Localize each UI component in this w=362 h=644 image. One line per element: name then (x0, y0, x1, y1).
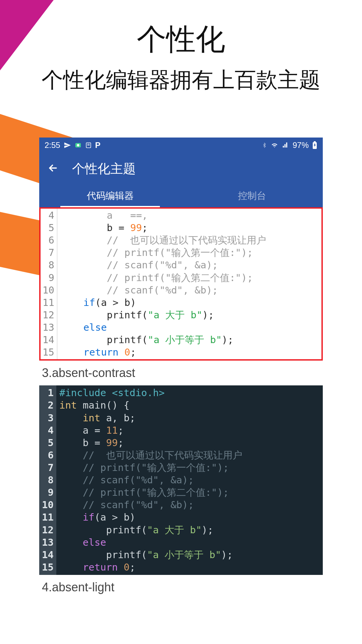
status-bar: 2:55 P 97% (39, 138, 323, 153)
wifi-icon (270, 142, 279, 149)
battery-icon (312, 141, 317, 149)
code-body: a ==, b = 99; // 也可以通过以下代码实现让用户 // print… (57, 209, 266, 359)
theme-label-3: 3.absent-contrast (39, 361, 323, 385)
svg-rect-4 (314, 141, 316, 142)
signal-icon (282, 142, 289, 149)
back-icon[interactable] (47, 162, 59, 175)
line-gutter: 1 2 3 4 5 6 7 8 9 10 11 12 13 14 15 (39, 385, 57, 575)
theme-preview-light[interactable]: 4 5 6 7 8 9 10 11 12 13 14 15 a ==, b = … (39, 207, 323, 361)
camera-icon (74, 142, 82, 149)
code-body: #include <stdio.h> int main() { int a, b… (57, 385, 242, 575)
toolbar-title: 个性化主题 (72, 160, 136, 177)
tabs: 代码编辑器 控制台 (39, 184, 323, 207)
toolbar: 个性化主题 (39, 153, 323, 184)
note-icon (85, 142, 92, 149)
svg-point-1 (77, 144, 79, 146)
battery-percent: 97% (293, 141, 309, 150)
phone-preview: 2:55 P 97% (39, 138, 323, 600)
page-subtitle: 个性化编辑器拥有上百款主题 (0, 65, 362, 95)
status-time: 2:55 (45, 141, 60, 150)
bluetooth-icon (262, 142, 267, 149)
theme-label-4: 4.absent-light (39, 575, 323, 600)
p-icon: P (95, 141, 101, 150)
tab-console[interactable]: 控制台 (181, 184, 323, 207)
line-gutter: 4 5 6 7 8 9 10 11 12 13 14 15 (41, 209, 57, 359)
theme-preview-dark[interactable]: 1 2 3 4 5 6 7 8 9 10 11 12 13 14 15 #inc… (39, 385, 323, 575)
decorative-triangle (0, 0, 54, 70)
page-title: 个性化 (0, 19, 362, 59)
tab-code-editor[interactable]: 代码编辑器 (39, 184, 181, 207)
send-icon (64, 142, 71, 149)
